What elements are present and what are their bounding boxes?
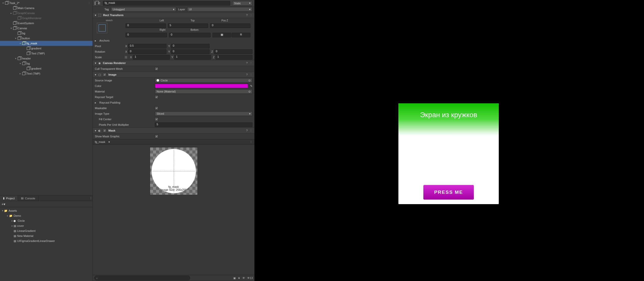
pivot-y[interactable]: 0 [171,44,209,48]
project-item[interactable]: ▸▤cover [0,223,93,228]
rot-x[interactable]: 0 [128,49,166,54]
mask-enable-checkbox[interactable]: ✓ [103,129,106,132]
gameobject-icon [26,67,30,71]
assets-root[interactable]: ▾📁 Assets [0,208,93,213]
maskable-checkbox[interactable]: ✓ [155,106,158,110]
fold-icon[interactable]: ▾ [14,37,17,40]
kebab-icon[interactable]: ⋮ [250,61,252,65]
help-icon[interactable]: ? [246,73,248,76]
fold-icon[interactable]: ▸ [19,72,22,75]
fold-icon[interactable]: ▾ [14,57,17,60]
fill-center-checkbox[interactable]: ✓ [155,117,158,121]
project-tree[interactable]: ▾📁 Assets ▸📁Demo▸Circle▸▤cover▤LinearGra… [0,207,93,281]
press-me-button[interactable]: PRESS ME [423,185,474,200]
gameobject-icon [22,61,26,66]
hidden-icon[interactable]: 👁 [242,276,245,279]
hierarchy-item[interactable]: ▾bg [0,61,93,66]
preset-icon[interactable]: ⋮ [250,14,252,17]
hierarchy-item[interactable]: Text (TMP) [0,51,93,56]
tab-project[interactable]: ▮ Project [0,196,18,201]
hierarchy-panel[interactable]: ▾ Task_2* ⋮ Main Camera▸GraphCanvasGraph… [0,0,93,195]
hierarchy-item[interactable]: ▾Canvas [0,26,93,31]
link-icon[interactable]: ⛓ [125,56,127,59]
rot-y[interactable]: 0 [171,49,209,54]
posz-field[interactable]: 0 [210,23,250,28]
hierarchy-item[interactable]: bg [0,31,93,36]
help-icon[interactable]: ? [246,129,248,132]
image-enable-checkbox[interactable]: ✓ [103,73,106,76]
hierarchy-item[interactable]: gradient [0,46,93,51]
blueprint-toggle[interactable]: ▦ [213,33,231,37]
hierarchy-item[interactable]: gradient [0,66,93,71]
rot-z[interactable]: 0 [214,49,252,54]
tag-dropdown[interactable]: Untagged▾ [111,7,176,12]
material-dropdown[interactable]: fg_mask [95,140,105,143]
rect-transform-header[interactable]: ▾⛶ Rect Transform ?⋮ [93,12,254,18]
name-field[interactable]: fg_mask [103,1,230,6]
filter-icon[interactable]: ▣ [233,276,236,280]
game-view: Экран из кружков PRESS ME [255,0,644,281]
hierarchy-item[interactable]: GraphRenderer [0,16,93,21]
right-field[interactable]: 0 [126,33,167,37]
cull-checkbox[interactable]: ✓ [155,67,158,71]
kebab-icon[interactable]: ⋮ [89,197,93,200]
kebab-icon[interactable]: ⋮ [250,140,252,144]
inspector-panel[interactable]: ✓ fg_mask Static▾ Tag Untagged▾ Layer UI… [93,0,254,275]
project-item[interactable]: ▤New Material [0,233,93,238]
fold-icon[interactable]: ▾ [2,2,5,4]
layer-dropdown[interactable]: UI▾ [187,7,252,12]
image-type-dropdown[interactable]: Sliced▾ [155,111,252,116]
scale-z[interactable]: 1 [216,55,252,59]
help-icon[interactable]: ? [246,14,248,17]
image-header[interactable]: ▾▢✓Image?⋮ [93,72,254,78]
asset-icon: ▤ [14,234,16,238]
fold-icon[interactable]: ▸ [10,12,13,14]
console-icon: ▤ [21,197,23,200]
fold-icon[interactable]: ▾ [10,27,13,29]
material-field[interactable]: None (Material)⊙ [155,89,252,94]
fold-icon[interactable]: ▾ [19,42,22,45]
gameobject-icon [95,2,95,5]
mask-header[interactable]: ▾◐✓Mask?⋮ [93,128,254,134]
show-mask-checkbox[interactable]: ✓ [155,135,158,138]
fold-icon[interactable]: ▾ [19,62,22,65]
project-item[interactable]: ▸📁Demo [0,213,93,218]
anchors-foldout[interactable]: Anchors [99,39,127,42]
hierarchy-item[interactable]: ▾fg_mask [0,41,93,46]
canvas-renderer-header[interactable]: ▾◉Canvas Renderer?⋮ [93,60,254,66]
tab-console[interactable]: ▤ Console [18,196,38,201]
help-icon[interactable]: ? [246,61,248,65]
raycast-checkbox[interactable]: ✓ [155,95,158,99]
source-image-field[interactable]: Circle⊙ [155,78,252,83]
scale-x[interactable]: 1 [133,55,170,59]
pivot-x[interactable]: 0.5 [128,44,166,48]
raycast-padding-foldout[interactable]: Raycast Padding [99,101,127,104]
static-dropdown[interactable]: Static▾ [232,1,252,6]
eyedropper-icon[interactable]: ✎ [250,84,252,88]
hierarchy-item[interactable]: ▾header [0,56,93,61]
raw-toggle[interactable]: R [232,33,250,37]
scene-row[interactable]: ▾ Task_2* ⋮ [0,1,93,6]
project-item[interactable]: ▤LinearGradient [0,228,93,233]
favorite-icon[interactable]: ★ [238,276,240,280]
hierarchy-item[interactable]: EventSystem [0,21,93,26]
kebab-icon[interactable]: ⋮ [88,2,91,5]
bottom-field[interactable]: 0 [169,33,210,37]
hierarchy-item[interactable]: ▸Text (TMP) [0,71,93,76]
anchor-preset-button[interactable] [97,23,107,33]
project-item[interactable]: ▤UIFigmaGradientLinearDrawer [0,238,93,243]
scale-y[interactable]: 1 [174,55,211,59]
ppu-field[interactable]: 5 [155,122,252,127]
project-search[interactable]: ⌕ [94,276,190,280]
add-button[interactable]: +▾ [2,202,5,206]
hierarchy-item[interactable]: ▸GraphCanvas [0,11,93,16]
asset-icon: 📁 [9,214,13,217]
color-field[interactable] [155,84,248,88]
kebab-icon[interactable]: ⋮ [250,129,252,132]
hierarchy-item[interactable]: ▾button [0,36,93,41]
top-field[interactable]: 5 [168,23,208,28]
left-field[interactable]: 0 [126,23,166,28]
kebab-icon[interactable]: ⋮ [250,73,252,76]
project-item[interactable]: ▸Circle [0,218,93,223]
hierarchy-item[interactable]: Main Camera [0,6,93,11]
